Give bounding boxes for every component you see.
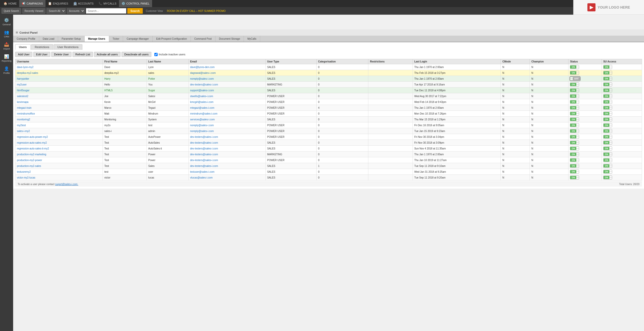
cell-status[interactable]: ON bbox=[568, 99, 602, 105]
nav-home[interactable]: 🏠 HOME bbox=[1, 0, 19, 7]
table-row[interactable]: production-my2-sales Test Sales dev-test… bbox=[15, 163, 642, 169]
sidebar-item-profile[interactable]: 👤 Profile bbox=[0, 64, 13, 76]
status-toggle[interactable]: ON bbox=[570, 65, 579, 69]
cell-status[interactable]: ON bbox=[568, 105, 602, 111]
status-toggle[interactable]: ON bbox=[570, 164, 579, 168]
activate-all-button[interactable]: Activate all users bbox=[94, 52, 121, 57]
cell-suaccess[interactable]: ON bbox=[602, 157, 642, 163]
cell-suaccess[interactable]: ON bbox=[602, 99, 642, 105]
table-row[interactable]: kevinnapa Kevin McGirl kmcgirl@sales-i.c… bbox=[15, 99, 642, 105]
status-toggle[interactable]: ON bbox=[570, 94, 579, 98]
suaccess-toggle[interactable]: ON bbox=[603, 141, 612, 145]
status-toggle[interactable]: ON bbox=[570, 170, 579, 174]
cell-status[interactable]: ON bbox=[568, 82, 602, 87]
cell-suaccess[interactable]: ON bbox=[602, 70, 642, 76]
status-toggle[interactable]: ON bbox=[570, 158, 579, 162]
cell-suaccess[interactable]: ON bbox=[602, 122, 642, 128]
cell-status[interactable]: ON bbox=[568, 128, 602, 134]
sidebar-item-import[interactable]: 📥 Import bbox=[0, 40, 13, 52]
suaccess-toggle[interactable]: ON bbox=[603, 106, 612, 110]
cell-suaccess[interactable]: ON bbox=[602, 146, 642, 151]
tab-company-profile[interactable]: Company Profile bbox=[13, 36, 39, 42]
table-row[interactable]: regression-auto-power-my2 Test AutoPower… bbox=[15, 134, 642, 140]
tab-edit-prospect[interactable]: Edit Prospect Configuration bbox=[153, 36, 191, 42]
suaccess-toggle[interactable]: ON bbox=[603, 94, 612, 98]
quick-search-button[interactable]: Quick Search bbox=[2, 8, 21, 14]
suaccess-toggle[interactable]: ON bbox=[603, 71, 612, 75]
suaccess-toggle[interactable]: ON bbox=[603, 164, 612, 168]
status-toggle[interactable]: ON bbox=[570, 152, 579, 156]
cell-suaccess[interactable]: ON bbox=[602, 111, 642, 117]
cell-suaccess[interactable]: ON bbox=[602, 93, 642, 99]
table-row[interactable]: monitoring2 Monitoring System services@s… bbox=[15, 117, 642, 122]
status-toggle[interactable]: ON bbox=[570, 146, 579, 150]
cell-status[interactable]: ON bbox=[568, 122, 602, 128]
suaccess-toggle[interactable]: ON bbox=[603, 123, 612, 127]
table-row[interactable]: victor-my2-lucas victor lucas vlucas@sal… bbox=[15, 175, 642, 181]
cell-status[interactable]: ON bbox=[568, 163, 602, 169]
nav-enquiries[interactable]: 📋 ENQUIRIES bbox=[45, 0, 71, 7]
cell-suaccess[interactable]: ON bbox=[602, 76, 642, 82]
table-row[interactable]: salestest2 Joe Salesi stwells@sales-i.co… bbox=[15, 93, 642, 99]
status-toggle[interactable]: ON bbox=[570, 175, 579, 180]
cell-status[interactable]: ON bbox=[568, 175, 602, 181]
cell-status[interactable]: ON bbox=[568, 93, 602, 99]
table-row[interactable]: html5sugar HTML5 Sugar support@sales-i.c… bbox=[15, 87, 642, 93]
status-toggle[interactable]: ON bbox=[570, 123, 579, 127]
suaccess-toggle[interactable]: ON bbox=[603, 129, 612, 133]
cell-suaccess[interactable]: ON bbox=[602, 105, 642, 111]
edit-user-button[interactable]: Edit User bbox=[33, 52, 50, 57]
table-row[interactable]: testusremy2 test user testuser@sales-i.c… bbox=[15, 169, 642, 175]
status-toggle[interactable]: ON bbox=[570, 88, 579, 92]
cell-suaccess[interactable]: ON bbox=[602, 82, 642, 87]
suaccess-toggle[interactable]: ON bbox=[603, 88, 612, 92]
cell-status[interactable]: ON bbox=[568, 157, 602, 163]
suaccess-toggle[interactable]: ON bbox=[603, 175, 612, 180]
sidebar-item-general[interactable]: ⚙️ General bbox=[0, 16, 13, 28]
search-button[interactable]: Search bbox=[127, 8, 143, 14]
cell-suaccess[interactable]: ON bbox=[602, 87, 642, 93]
tab-command-post[interactable]: Command Post bbox=[191, 36, 216, 42]
cell-suaccess[interactable]: ON bbox=[602, 64, 642, 70]
cell-status[interactable]: OFF bbox=[568, 76, 602, 82]
add-user-button[interactable]: Add User bbox=[15, 52, 32, 57]
inner-tab-restrictions[interactable]: Restrictions bbox=[31, 44, 53, 50]
search-input[interactable] bbox=[86, 8, 126, 14]
suaccess-toggle[interactable]: ON bbox=[603, 112, 612, 116]
tab-data-load[interactable]: Data Load bbox=[39, 36, 58, 42]
nav-accounts[interactable]: 🏦 ACCOUNTS bbox=[71, 0, 96, 7]
cell-status[interactable]: ON bbox=[568, 134, 602, 140]
tab-manage-users[interactable]: Manage Users bbox=[85, 36, 109, 42]
suaccess-toggle[interactable]: ON bbox=[603, 117, 612, 121]
status-toggle[interactable]: ON bbox=[570, 141, 579, 145]
inner-tab-user-restrictions[interactable]: User Restrictions bbox=[54, 44, 82, 50]
nav-control-panel[interactable]: ⚙️ CONTROL PANEL bbox=[119, 0, 152, 7]
cell-status[interactable]: ON bbox=[568, 140, 602, 146]
table-row[interactable]: regression-auto-sales-my2 Test AutoSales… bbox=[15, 140, 642, 146]
status-toggle[interactable]: ON bbox=[570, 82, 579, 86]
cell-suaccess[interactable]: ON bbox=[602, 151, 642, 157]
cell-suaccess[interactable]: ON bbox=[602, 128, 642, 134]
suaccess-toggle[interactable]: ON bbox=[603, 135, 612, 139]
suaccess-toggle[interactable]: ON bbox=[603, 146, 612, 150]
suaccess-toggle[interactable]: ON bbox=[603, 82, 612, 86]
status-toggle[interactable]: ON bbox=[570, 100, 579, 104]
search-all-select[interactable]: Search All bbox=[46, 8, 66, 14]
tab-document-storage[interactable]: Document Storage bbox=[216, 36, 244, 42]
cell-status[interactable]: ON bbox=[568, 64, 602, 70]
cell-status[interactable]: ON bbox=[568, 111, 602, 117]
status-toggle[interactable]: ON bbox=[570, 135, 579, 139]
include-inactive-checkbox[interactable] bbox=[154, 53, 158, 56]
refresh-list-button[interactable]: Refresh List bbox=[73, 52, 93, 57]
cell-status[interactable]: ON bbox=[568, 169, 602, 175]
recently-viewed-button[interactable]: Recently Viewed bbox=[22, 8, 45, 14]
table-row[interactable]: my2user Hello You dev-testers@sales-i.co… bbox=[15, 82, 642, 87]
cell-status[interactable]: ON bbox=[568, 87, 602, 93]
table-row[interactable]: my2test my2o test noreply@sales-i.com PO… bbox=[15, 122, 642, 128]
cell-suaccess[interactable]: ON bbox=[602, 140, 642, 146]
table-row[interactable]: production-my2-power Test Power dev-test… bbox=[15, 157, 642, 163]
table-row[interactable]: sales-i-my2 sales-i admin noreply@sales-… bbox=[15, 128, 642, 134]
tab-parameter-setup[interactable]: Parameter Setup bbox=[58, 36, 85, 42]
status-toggle[interactable]: ON bbox=[570, 106, 579, 110]
suaccess-toggle[interactable]: ON bbox=[603, 100, 612, 104]
